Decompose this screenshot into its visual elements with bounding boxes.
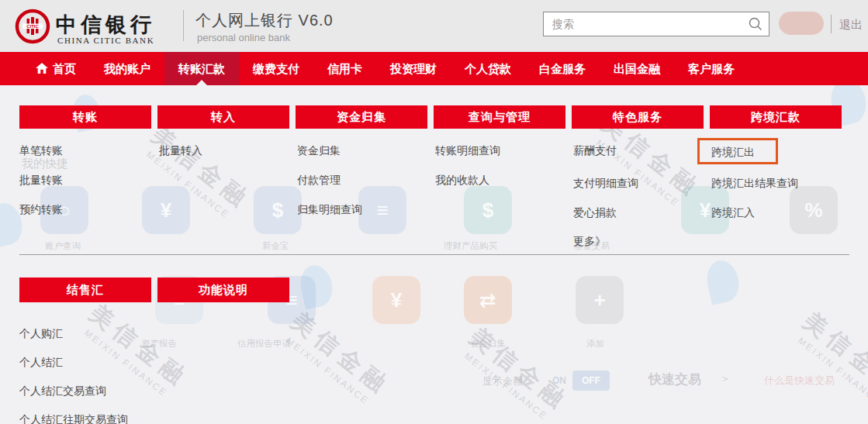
bg-label-credit-report: 信用报告申请 <box>237 338 291 350</box>
menu-item-my-payees[interactable]: 我的收款人 <box>435 174 489 188</box>
quote-watermark-shape <box>704 257 742 305</box>
bg-app-icon-fund-collection: ⇄ <box>464 276 512 324</box>
category-button-fund-collection[interactable]: 资金归集 <box>296 105 427 129</box>
bg-quick-trade-arrow: ＞ <box>720 372 731 386</box>
menu-item-personal-fx-purchase[interactable]: 个人购汇 <box>19 327 63 341</box>
bg-label-my-shortcuts: 我的快捷 <box>22 157 68 171</box>
category-button-transfer-in[interactable]: 转入 <box>157 105 289 129</box>
nav-item-transfer-remit[interactable]: 转账汇款 <box>164 52 239 85</box>
nav-item-platinum-service[interactable]: 白金服务 <box>525 52 600 85</box>
menu-item-fund-collection[interactable]: 资金归集 <box>297 144 341 158</box>
header: CITIC 中信银行 CHINA CITIC BANK 个人网上银行 V6.0 … <box>0 0 868 52</box>
main-nav: 首页 我的账户 转账汇款 缴费支付 信用卡 投资理财 个人贷款 白金服务 出国金… <box>0 52 868 85</box>
menu-item-salary-payment[interactable]: 薪酬支付 <box>573 144 617 158</box>
bg-label-quick-trade: 快速交易 <box>648 371 701 388</box>
nav-item-label: 信用卡 <box>327 52 362 85</box>
nav-item-credit-card[interactable]: 信用卡 <box>313 52 376 85</box>
nav-item-label: 投资理财 <box>390 52 437 85</box>
nav-item-my-accounts[interactable]: 我的账户 <box>90 52 164 85</box>
nav-item-label: 缴费支付 <box>253 52 299 85</box>
menu-item-single-transfer[interactable]: 单笔转账 <box>19 144 63 158</box>
logout-divider <box>831 15 832 33</box>
bg-app-icon-xinjinbao: $ <box>254 186 302 234</box>
nav-item-label: 转账汇款 <box>178 52 225 85</box>
bg-label-what-is-quick-trade: 什么是快速交易 <box>764 374 835 388</box>
transfer-mega-menu: 美信金融MEIXIN FINANCE 美信金融MEIXIN FINANCE 美信… <box>0 85 868 424</box>
header-divider <box>183 10 184 41</box>
product-title: 个人网上银行 V6.0 <box>195 10 334 31</box>
bg-label-add: 添加 <box>586 338 604 350</box>
category-button-cross-border[interactable]: 跨境汇款 <box>710 105 842 129</box>
category-button-function-description[interactable]: 功能说明 <box>157 277 289 302</box>
bg-label-account-query: 账户查询 <box>45 240 81 252</box>
nav-item-home[interactable]: 首页 <box>22 52 90 85</box>
menu-item-payment-management[interactable]: 付款管理 <box>297 174 341 188</box>
bg-toggle-on: ON <box>552 375 566 386</box>
nav-item-label: 个人贷款 <box>465 52 511 85</box>
citic-bank-logo-icon: CITIC <box>14 8 51 45</box>
product-subtitle: personal online bank <box>197 32 290 43</box>
menu-item-collection-detail-query[interactable]: 归集明细查询 <box>297 203 362 217</box>
menu-item-cross-border-inward[interactable]: 跨境汇入 <box>711 206 755 220</box>
search-input[interactable] <box>543 12 769 36</box>
category-button-featured[interactable]: 特色服务 <box>572 105 704 129</box>
bg-app-icon-repay: ¥ <box>372 276 420 324</box>
nav-item-label: 我的账户 <box>104 52 150 85</box>
svg-text:CITIC: CITIC <box>26 24 39 29</box>
citic-online-banking-screen: CITIC 中信银行 CHINA CITIC BANK 个人网上银行 V6.0 … <box>0 0 868 424</box>
nav-item-personal-loan[interactable]: 个人贷款 <box>451 52 525 85</box>
menu-item-fx-settlement-transaction-query[interactable]: 个人结汇交易查询 <box>19 384 106 398</box>
bg-app-icon-transfer: ¥ <box>142 186 190 234</box>
menu-item-cross-border-outward[interactable]: 跨境汇出 <box>711 146 755 160</box>
category-button-query-manage[interactable]: 查询与管理 <box>434 105 565 129</box>
nav-item-label: 首页 <box>53 52 76 85</box>
nav-item-label: 客户服务 <box>688 52 735 85</box>
user-badge[interactable] <box>779 12 824 35</box>
bank-name-cn: 中信银行 <box>56 11 155 39</box>
nav-item-label: 出国金融 <box>614 52 660 85</box>
bg-label-show-balance: 显示余额 <box>482 374 523 388</box>
search-icon[interactable] <box>748 16 763 32</box>
logout-button[interactable]: 退出 <box>839 18 863 33</box>
nav-item-customer-service[interactable]: 客户服务 <box>674 52 749 85</box>
menu-item-fx-settlement-past-transaction-query[interactable]: 个人结汇往期交易查询 <box>19 413 128 424</box>
bg-app-icon-wealth: $ <box>464 186 512 234</box>
menu-item-payment-detail-query[interactable]: 支付明细查询 <box>573 177 638 191</box>
bg-app-icon-payee: ≡ <box>358 186 406 234</box>
bank-name-en: CHINA CITIC BANK <box>57 36 154 45</box>
menu-section-divider <box>19 254 849 255</box>
home-icon <box>36 63 48 74</box>
bg-label-fund-collection: 资金归集 <box>470 338 506 350</box>
bg-toggle-off: OFF <box>572 371 610 391</box>
bg-app-icon-rate: % <box>790 186 838 234</box>
bg-app-icon-add: + <box>576 276 624 324</box>
menu-item-transfer-detail-query[interactable]: 转账明细查询 <box>435 144 500 158</box>
search-box <box>543 12 769 36</box>
menu-item-charity-donation[interactable]: 爱心捐款 <box>573 206 617 220</box>
bg-label-asset-report: 资产报告 <box>141 338 177 350</box>
nav-item-bill-pay[interactable]: 缴费支付 <box>239 52 313 85</box>
category-button-forex-settlement[interactable]: 结售汇 <box>19 277 151 302</box>
menu-item-cross-border-outward-result-query[interactable]: 跨境汇出结果查询 <box>711 177 798 191</box>
nav-item-overseas-finance[interactable]: 出国金融 <box>600 52 674 85</box>
menu-item-more[interactable]: 更多》 <box>573 235 606 249</box>
nav-item-label: 白金服务 <box>539 52 586 85</box>
menu-item-scheduled-transfer[interactable]: 预约转账 <box>19 203 63 217</box>
category-button-transfer[interactable]: 转账 <box>19 105 151 129</box>
menu-item-batch-transfer[interactable]: 批量转账 <box>19 174 63 188</box>
menu-item-personal-fx-settlement[interactable]: 个人结汇 <box>19 356 63 370</box>
nav-item-investment[interactable]: 投资理财 <box>376 52 451 85</box>
menu-item-batch-transfer-in[interactable]: 批量转入 <box>159 144 202 158</box>
meixin-watermark: 美信金融MEIXIN FINANCE <box>432 302 599 424</box>
bg-label-wealth-buy: 理财产品购买 <box>444 240 497 252</box>
meixin-watermark: 美信金融MEIXIN FINANCE <box>766 287 868 424</box>
bg-label-xinjinbao: 新金宝 <box>262 240 289 252</box>
